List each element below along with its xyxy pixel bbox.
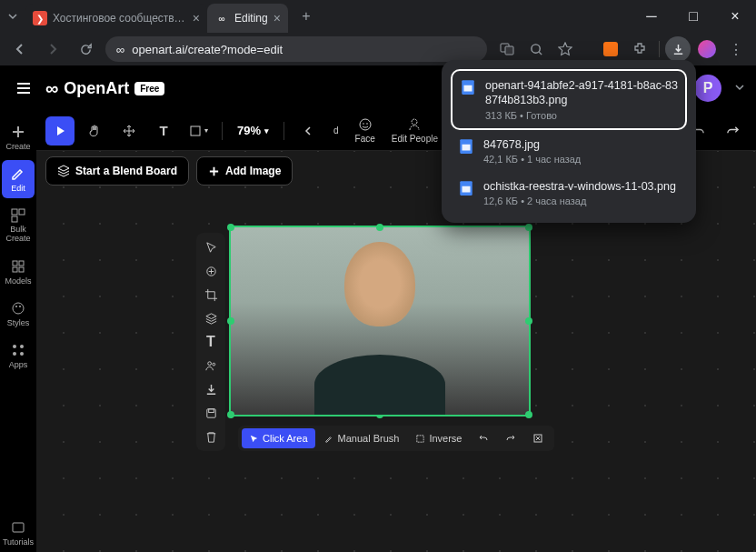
delete-tool[interactable] xyxy=(200,426,222,447)
cursor-tool[interactable] xyxy=(200,236,222,258)
star-icon[interactable] xyxy=(552,36,578,62)
new-tab-button[interactable]: + xyxy=(293,4,319,29)
rail-create[interactable]: Create xyxy=(2,118,35,156)
tool-face[interactable]: Face xyxy=(350,117,381,144)
add-image-button[interactable]: Add Image xyxy=(196,156,293,186)
svg-rect-8 xyxy=(19,261,24,266)
tab-active[interactable]: ∞ Editing × xyxy=(207,4,288,33)
tabs-dropdown[interactable] xyxy=(0,11,25,22)
inverse-button[interactable]: Inverse xyxy=(408,428,469,448)
tab-title: Хостинговое сообщество «Tin xyxy=(53,12,187,25)
download-tool[interactable] xyxy=(200,378,222,400)
file-icon xyxy=(458,138,474,155)
zoom-icon[interactable] xyxy=(523,36,549,62)
close-button[interactable]: × xyxy=(714,0,756,33)
resize-handle[interactable] xyxy=(227,411,234,418)
resize-handle[interactable] xyxy=(525,317,532,325)
delete-sel-button[interactable] xyxy=(525,428,551,448)
logo[interactable]: ∞ OpenArt Free xyxy=(45,78,164,99)
hand-tool[interactable] xyxy=(80,116,109,146)
close-icon[interactable]: × xyxy=(274,11,281,25)
canvas-image[interactable] xyxy=(229,226,531,417)
profile-icon[interactable] xyxy=(694,36,720,62)
svg-rect-18 xyxy=(13,523,24,532)
resize-handle[interactable] xyxy=(227,224,234,231)
resize-handle[interactable] xyxy=(525,411,532,418)
rail-apps[interactable]: Apps xyxy=(2,336,35,375)
floating-toolbar: T xyxy=(196,233,225,451)
svg-point-13 xyxy=(19,306,21,307)
resize-handle[interactable] xyxy=(525,224,532,231)
people-tool[interactable] xyxy=(200,355,222,376)
layers-tool[interactable] xyxy=(200,307,222,329)
download-meta: 42,1 КБ • 1 час назад xyxy=(483,154,680,165)
enhance-tool[interactable] xyxy=(200,260,222,282)
zoom-level[interactable]: 79%▾ xyxy=(232,124,274,137)
download-meta: 12,6 КБ • 2 часа назад xyxy=(483,196,680,206)
redo-button[interactable] xyxy=(718,116,747,146)
svg-rect-5 xyxy=(19,209,25,215)
prev-button[interactable] xyxy=(293,116,323,146)
file-icon xyxy=(460,79,476,95)
back-button[interactable] xyxy=(7,36,33,62)
translate-icon[interactable] xyxy=(494,36,520,62)
tab-inactive[interactable]: ❯ Хостинговое сообщество «Tin × xyxy=(25,4,207,33)
window-controls: ─ □ × xyxy=(631,0,756,33)
crop-tool[interactable] xyxy=(200,284,222,306)
rail-bulk-create[interactable]: Bulk Create xyxy=(2,202,35,249)
maximize-button[interactable]: □ xyxy=(672,0,714,33)
menu-icon[interactable]: ⋮ xyxy=(723,36,749,62)
svg-point-20 xyxy=(360,119,371,130)
shape-tool[interactable]: ▾ xyxy=(184,116,213,146)
svg-point-15 xyxy=(20,345,24,348)
chevron-down-icon[interactable] xyxy=(734,80,745,96)
start-blend-board-button[interactable]: Start a Blend Board xyxy=(45,156,189,186)
reload-button[interactable] xyxy=(73,36,98,62)
download-name: ochistka-reestra-v-windows-11-03.png xyxy=(483,179,680,194)
svg-rect-30 xyxy=(208,408,214,412)
svg-point-21 xyxy=(363,123,364,125)
svg-rect-4 xyxy=(12,209,17,215)
tool-d[interactable]: d xyxy=(328,125,344,135)
selection-bar: Click Area Manual Brush Inverse xyxy=(238,426,554,451)
forward-button[interactable] xyxy=(40,36,65,62)
svg-rect-6 xyxy=(12,216,17,222)
minimize-button[interactable]: ─ xyxy=(631,0,672,33)
play-button[interactable] xyxy=(45,116,75,146)
manual-brush-button[interactable]: Manual Brush xyxy=(317,428,407,448)
download-item[interactable]: 847678.jpg 42,1 КБ • 1 час назад xyxy=(451,130,687,172)
extensions-icon[interactable] xyxy=(627,36,652,62)
rail-styles[interactable]: Styles xyxy=(2,295,35,333)
downloads-icon[interactable] xyxy=(665,36,691,62)
rail-models[interactable]: Models xyxy=(2,253,35,291)
redo-sel-button[interactable] xyxy=(498,428,523,448)
svg-rect-9 xyxy=(13,267,17,272)
url-input[interactable]: ∞ openart.ai/create?mode=edit xyxy=(105,36,487,62)
titlebar: ❯ Хостинговое сообщество «Tin × ∞ Editin… xyxy=(0,0,756,33)
text-tool-float[interactable]: T xyxy=(200,331,222,353)
hamburger-icon[interactable] xyxy=(11,75,36,101)
tab-favicon: ∞ xyxy=(214,11,229,25)
save-tool[interactable] xyxy=(200,402,222,424)
rail-tutorials[interactable]: Tutorials xyxy=(2,514,35,552)
click-area-button[interactable]: Click Area xyxy=(242,428,315,448)
download-name: openart-941abfe2-a917-4181-b8ac-8387f4b8… xyxy=(485,78,678,108)
resize-handle[interactable] xyxy=(227,317,234,325)
move-tool[interactable] xyxy=(114,116,144,146)
svg-rect-31 xyxy=(417,435,423,441)
text-tool[interactable]: T xyxy=(149,116,178,146)
svg-rect-10 xyxy=(19,267,24,272)
rail-edit[interactable]: Edit xyxy=(2,160,35,198)
resize-handle[interactable] xyxy=(376,224,383,231)
logo-icon: ∞ xyxy=(45,78,58,99)
extension-icon-1[interactable] xyxy=(598,36,623,62)
download-item[interactable]: ochistka-reestra-v-windows-11-03.png 12,… xyxy=(451,172,687,214)
tool-edit-people[interactable]: Edit People xyxy=(386,117,443,144)
avatar[interactable]: P xyxy=(694,75,721,102)
downloads-popup: openart-941abfe2-a917-4181-b8ac-8387f4b8… xyxy=(442,60,696,223)
action-row: Start a Blend Board Add Image xyxy=(45,156,293,186)
undo-sel-button[interactable] xyxy=(471,428,496,448)
resize-handle[interactable] xyxy=(376,411,383,418)
close-icon[interactable]: × xyxy=(193,11,200,25)
download-item[interactable]: openart-941abfe2-a917-4181-b8ac-8387f4b8… xyxy=(451,69,687,130)
